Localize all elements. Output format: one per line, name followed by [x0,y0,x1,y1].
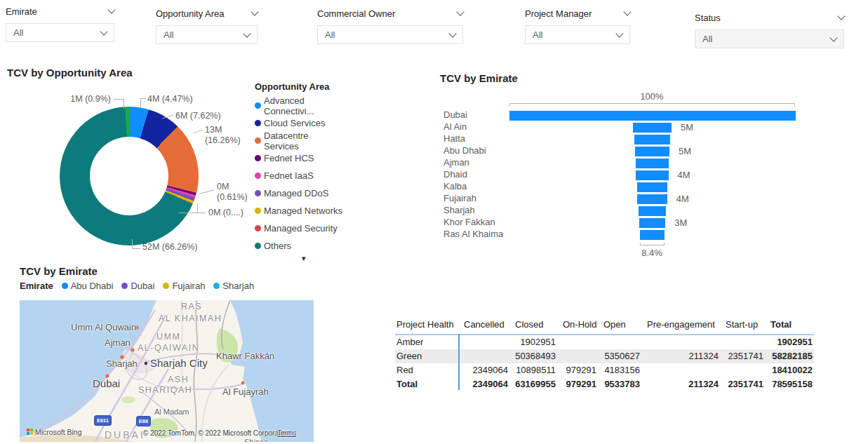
map-legend-label: Abu Dhabi [71,281,114,291]
funnel-bar[interactable] [640,230,664,240]
legend-item-label: Managed Security [264,223,338,234]
map-legend-title: Emirate [20,281,53,291]
legend-dot-icon [255,102,261,109]
map-place-label: Dubai [93,377,120,389]
map-legend-item[interactable]: Abu Dhabi [62,281,114,291]
map-place-label: Sharjah [106,358,138,369]
funnel-bar[interactable] [637,182,667,192]
funnel-bar[interactable] [509,111,796,121]
matrix-column-header[interactable]: Pre-engagement [641,316,720,334]
matrix-cell: 2349064 [458,377,509,391]
donut-callout: 1M (0.9%) [42,94,111,105]
matrix-cell: 211324 [641,349,720,363]
legend-item[interactable]: Managed Networks [255,202,346,220]
slicer-emirate-dropdown[interactable]: All [6,23,114,42]
microsoft-bing-logo-icon [27,429,33,435]
legend-dot-icon [255,225,261,231]
project-health-matrix: Project HealthCancelledClosedOn-HoldOpen… [395,316,814,391]
funnel-category-label: Ras Al Khaima [443,229,503,239]
matrix-column-header[interactable]: Total [765,316,814,334]
matrix-column-header[interactable]: On-Hold [557,316,598,334]
map-attribution: © 2022 TomTom, © 2022 Microsoft Corporat… [143,429,290,437]
map-legend: Emirate Abu DhabiDubaiFujairahSharjah [20,281,262,291]
funnel-bar[interactable] [636,159,669,168]
matrix-cell [557,335,598,349]
slicer-commercial-owner-dropdown[interactable]: All [317,25,463,44]
legend-item[interactable]: Managed DDoS [255,184,346,202]
map-place-label: Al Fujayrah [222,386,269,397]
matrix-cell: 2349064 [458,363,509,377]
chevron-down-icon [837,12,845,20]
legend-item[interactable]: Advanced Connectivi... [255,97,346,114]
legend-item-label: Advanced Connectivi... [264,95,346,116]
matrix-cell [641,363,720,377]
legend-item[interactable]: Datacentre Services [255,132,346,149]
matrix-cell: 78595158 [765,377,814,391]
legend-item[interactable]: Fednet HCS [255,149,346,167]
slicer-status: Status All [695,12,844,48]
slicer-emirate-header[interactable]: Emirate [6,6,114,17]
matrix-column-header[interactable]: Project Health [395,316,458,334]
chevron-down-icon [448,29,456,37]
matrix-column-header[interactable]: Cancelled [458,316,509,334]
legend-scroll-down-icon[interactable]: ▾ [302,254,306,263]
funnel-bar[interactable] [636,170,668,180]
slicer-commercial-owner-header[interactable]: Commercial Owner [317,8,463,19]
legend-item[interactable]: Cloud Services [255,114,346,132]
callout-line [199,189,215,194]
chevron-down-icon [100,27,107,35]
matrix-column-header[interactable]: Open [598,316,641,334]
legend-item[interactable]: Others [255,237,346,255]
funnel-category-label: Abu Dhabi [443,146,486,156]
chevron-down-icon [615,29,623,37]
slicer-opportunity-area-header[interactable]: Opportunity Area [156,8,258,19]
funnel-bar[interactable] [635,147,669,156]
slicer-opportunity-area-dropdown[interactable]: All [156,25,258,44]
map-legend-item[interactable]: Fujairah [163,281,205,291]
legend-dot-icon [213,283,220,289]
bing-map[interactable]: RASAL KHAIMAHUmm Al QuwainUMMAL-QAIWAINA… [20,300,314,442]
matrix-cell: 979291 [557,363,598,377]
funnel-bottom-percent: 8.4% [631,248,673,258]
map-terms-link[interactable]: Terms [277,429,296,437]
map-legend-label: Dubai [131,281,154,291]
slicer-project-manager-header[interactable]: Project Manager [525,8,630,19]
matrix-cell: 10898511 [509,363,557,377]
chevron-down-icon [829,34,837,41]
matrix-column-header[interactable]: Closed [509,316,557,334]
legend-item[interactable]: Fednet IaaS [255,167,346,184]
slicer-status-dropdown[interactable]: All [695,29,844,48]
slicer-status-header[interactable]: Status [695,12,844,23]
matrix-cell [720,335,765,349]
funnel-bar[interactable] [639,206,665,216]
donut-chart[interactable] [60,107,199,245]
map-place-label: RAS [181,302,202,311]
legend-dot-icon [255,243,261,249]
map-place-label: ASH [168,375,189,384]
funnel-bar[interactable] [637,194,667,204]
matrix-cell: 9533783 [598,377,641,391]
slicer-project-manager-dropdown[interactable]: All [525,25,630,44]
legend-item-label: Managed Networks [264,206,342,216]
funnel-category-label: Dhaid [443,170,467,180]
map-legend-item[interactable]: Dubai [121,281,154,291]
legend-dot-icon [163,283,169,289]
matrix-cell [458,349,509,363]
funnel-category-label: Khor Fakkan [443,217,495,227]
matrix-cell: 211324 [641,377,720,391]
slicer-emirate-label: Emirate [6,6,37,17]
funnel-bar[interactable] [639,218,666,228]
map-legend-item[interactable]: Sharjah [213,281,254,291]
slicer-emirate-value: All [13,27,23,38]
legend-item[interactable]: Managed Security [255,220,346,237]
matrix-column-header[interactable]: Start-up [720,316,765,334]
callout-line [179,213,206,213]
map-legend-label: Sharjah [222,281,254,291]
funnel-bar[interactable] [633,123,672,133]
funnel-top-bracket [509,103,795,104]
map-place-label: AL-QAIWAIN [138,343,199,353]
funnel-bar[interactable] [634,135,671,144]
funnel-category-label: Ajman [443,158,469,168]
matrix-cell: 1902951 [765,335,814,349]
map-place-label: Shinas [244,438,268,442]
